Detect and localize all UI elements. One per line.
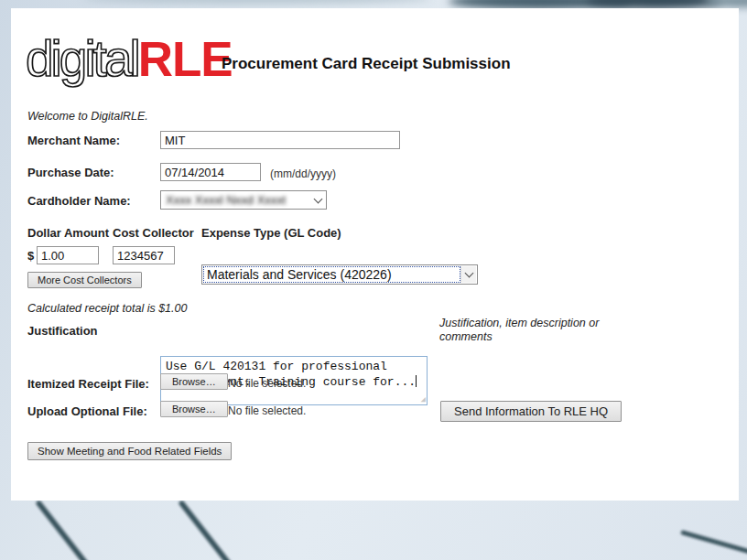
justification-hint-line1: Justification, item description or [439, 317, 599, 330]
optional-file-label: Upload Optional File: [27, 404, 147, 418]
dollar-amount-label: Dollar Amount [27, 226, 109, 240]
text-cursor [416, 375, 417, 387]
dollar-amount-input[interactable] [37, 246, 99, 264]
send-button[interactable]: Send Information To RLE HQ [440, 401, 622, 422]
cloud-shape [82, 0, 430, 4]
optional-browse-button[interactable]: Browse… [160, 401, 228, 417]
optional-file-status: No file selected. [228, 404, 306, 417]
logo: digitalRLE [26, 34, 233, 84]
date-format-hint: (mm/dd/yyyy) [270, 167, 336, 180]
calculated-total-text: Calculated receipt total is $1.00 [27, 302, 187, 315]
itemized-receipt-label: Itemized Receipt File: [27, 377, 149, 391]
purchase-date-label: Purchase Date: [27, 166, 114, 179]
logo-rle: RLE [138, 32, 233, 86]
cardholder-name-value: Xxxx Xxxxl Nxxd Xxxxt [166, 193, 286, 207]
justification-hint-line2: comments [439, 330, 599, 344]
diagonal-cable [178, 500, 233, 560]
itemized-file-status: No file selected. [228, 377, 306, 390]
expense-type-label: Expense Type (GL Code) [201, 226, 341, 240]
expense-type-value: Materials and Services (420226) [207, 267, 392, 282]
itemized-browse-button[interactable]: Browse… [160, 373, 228, 390]
cardholder-name-select[interactable]: Xxxx Xxxxl Nxxd Xxxxt [160, 190, 327, 210]
cost-collector-input[interactable] [113, 246, 175, 264]
expense-type-select[interactable]: Materials and Services (420226) [201, 264, 478, 285]
diagonal-cable [680, 530, 747, 558]
merchant-name-input[interactable] [160, 131, 400, 149]
show-meeting-button[interactable]: Show Meeting and Food Related Fields [27, 442, 232, 460]
currency-symbol: $ [27, 249, 34, 263]
welcome-text: Welcome to DigitalRLE. [27, 110, 148, 123]
chevron-down-icon [310, 192, 325, 208]
justification-hint: Justification, item description or comme… [439, 317, 599, 344]
form-panel: digitalRLE Procurement Card Receipt Subm… [11, 8, 739, 501]
logo-digital: digital [26, 30, 138, 87]
cardholder-name-label: Cardholder Name: [27, 194, 131, 208]
resize-grip-icon[interactable]: ◢ [421, 396, 426, 404]
justification-label: Justification [27, 324, 98, 338]
more-cost-collectors-button[interactable]: More Cost Collectors [27, 272, 142, 288]
justification-line1: Use G/L 420131 for professional [166, 359, 422, 374]
cost-collector-label: Cost Collector [113, 226, 194, 240]
diagonal-cable [35, 500, 91, 560]
chevron-down-icon [460, 266, 476, 283]
cloud-shape [705, 0, 747, 7]
page-title: Procurement Card Receipt Submission [222, 55, 511, 73]
merchant-name-label: Merchant Name: [27, 134, 120, 147]
purchase-date-input[interactable] [160, 163, 261, 181]
